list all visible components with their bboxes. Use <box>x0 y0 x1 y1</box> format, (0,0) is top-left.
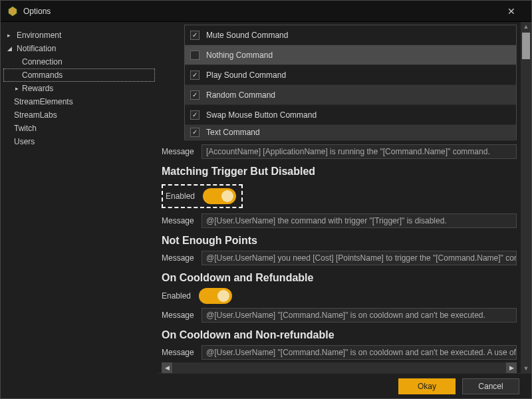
field-label: Message <box>162 216 196 225</box>
message-input[interactable]: @[User.UserName] "[Command.Name]" is on … <box>201 308 517 323</box>
message-field-row: Message @[User.UserName] "[Command.Name]… <box>162 308 517 323</box>
command-row[interactable]: ✓ Swap Mouse Button Command <box>185 105 516 125</box>
message-field-row: Message @[User.UserName] "[Command.Name]… <box>162 345 517 360</box>
field-label: Message <box>162 348 196 357</box>
enabled-toggle[interactable] <box>199 288 232 304</box>
tree-item-streamelements[interactable]: StreamElements <box>3 95 155 108</box>
tree-label: Twitch <box>14 124 37 133</box>
message-field-row: Message @[User.UserName] you need [Cost]… <box>162 251 517 265</box>
checkbox-icon[interactable]: ✓ <box>190 90 200 100</box>
toggle-row: Enabled <box>162 288 517 304</box>
command-label: Random Command <box>206 90 275 100</box>
command-label: Mute Sound Command <box>206 31 288 40</box>
tree-item-streamlabs[interactable]: StreamLabs <box>3 108 155 122</box>
message-input[interactable]: @[User.UserName] "[Command.Name]" is on … <box>201 345 517 360</box>
sidebar-tree: ▸ Environment ◢ Notification Connection … <box>1 22 158 398</box>
section-heading: On Cooldown and Non-refundable <box>162 329 517 341</box>
field-label: Message <box>162 253 196 263</box>
checkbox-icon[interactable]: ✓ <box>190 31 200 40</box>
command-label: Swap Mouse Button Command <box>206 110 317 120</box>
message-field-row: Message @[User.UserName] the command wit… <box>162 213 517 228</box>
tree-label: Rewards <box>22 84 53 93</box>
tree-label: Commands <box>22 70 63 80</box>
chevron-right-icon: ▸ <box>15 85 22 92</box>
section-heading: Matching Trigger But Disabled <box>162 166 517 178</box>
message-field-row: Message [AccountName] [ApplicationName] … <box>162 144 517 159</box>
checkbox-icon[interactable]: ✓ <box>190 110 200 120</box>
message-input[interactable]: @[User.UserName] you need [Cost] [Points… <box>201 251 517 265</box>
dialog-footer: Okay Cancel <box>158 373 531 398</box>
toggle-label: Enabled <box>162 291 194 301</box>
chevron-down-icon: ◢ <box>7 45 14 52</box>
tree-label: Environment <box>17 31 61 40</box>
toggle-label: Enabled <box>166 192 198 201</box>
app-icon <box>7 6 18 17</box>
tree-item-environment[interactable]: ▸ Environment <box>3 29 155 42</box>
tree-label: Users <box>14 137 35 146</box>
tree-label: StreamElements <box>14 97 73 106</box>
command-row[interactable]: ✓ Mute Sound Command <box>185 25 516 45</box>
tree-item-rewards[interactable]: ▸ Rewards <box>3 82 155 95</box>
close-button[interactable]: ✕ <box>498 6 525 17</box>
horizontal-scrollbar[interactable]: ◀ ▶ <box>162 362 517 373</box>
tree-label: Connection <box>22 57 63 66</box>
command-label: Text Command <box>206 128 260 137</box>
scroll-down-icon[interactable]: ▼ <box>521 365 531 372</box>
command-row[interactable]: ✓ Random Command <box>185 85 516 105</box>
tree-item-users[interactable]: Users <box>3 135 155 148</box>
window-title: Options <box>23 7 493 16</box>
tree-item-notification[interactable]: ◢ Notification <box>3 42 155 55</box>
scroll-thumb[interactable] <box>522 33 530 59</box>
chevron-right-icon: ▸ <box>7 32 14 39</box>
section-heading: On Cooldown and Refundable <box>162 272 517 284</box>
checkbox-icon[interactable]: ✓ <box>190 51 200 60</box>
enabled-toggle[interactable] <box>203 188 236 204</box>
commands-list: ✓ Mute Sound Command ✓ Nothing Command ✓… <box>184 25 517 140</box>
cancel-button[interactable]: Cancel <box>462 378 519 394</box>
section-heading: Not Enough Points <box>162 235 517 247</box>
checkbox-icon[interactable]: ✓ <box>190 70 200 80</box>
command-row[interactable]: ✓ Text Command <box>185 125 516 140</box>
svg-marker-0 <box>9 7 17 16</box>
command-label: Play Sound Command <box>206 70 286 80</box>
highlight-annotation: Enabled <box>162 184 243 208</box>
checkbox-icon[interactable]: ✓ <box>190 128 200 137</box>
command-row[interactable]: ✓ Play Sound Command <box>185 65 516 85</box>
scroll-track[interactable] <box>172 362 506 373</box>
message-input[interactable]: @[User.UserName] the command with trigge… <box>201 213 517 228</box>
okay-button[interactable]: Okay <box>398 378 456 394</box>
tree-item-commands[interactable]: Commands <box>3 68 155 82</box>
tree-label: Notification <box>17 44 56 53</box>
field-label: Message <box>162 147 196 156</box>
tree-label: StreamLabs <box>14 110 57 120</box>
content-panel: ✓ Mute Sound Command ✓ Nothing Command ✓… <box>158 22 521 373</box>
scroll-right-icon[interactable]: ▶ <box>506 362 517 373</box>
tree-item-connection[interactable]: Connection <box>3 55 155 68</box>
message-input[interactable]: [AccountName] [ApplicationName] is runni… <box>201 144 517 159</box>
command-row[interactable]: ✓ Nothing Command <box>185 45 516 65</box>
field-label: Message <box>162 311 196 320</box>
titlebar: Options ✕ <box>1 1 531 22</box>
vertical-scrollbar[interactable]: ▲ ▼ <box>521 22 531 373</box>
scroll-left-icon[interactable]: ◀ <box>162 362 172 373</box>
tree-item-twitch[interactable]: Twitch <box>3 122 155 135</box>
command-label: Nothing Command <box>206 51 273 60</box>
scroll-up-icon[interactable]: ▲ <box>521 23 531 30</box>
